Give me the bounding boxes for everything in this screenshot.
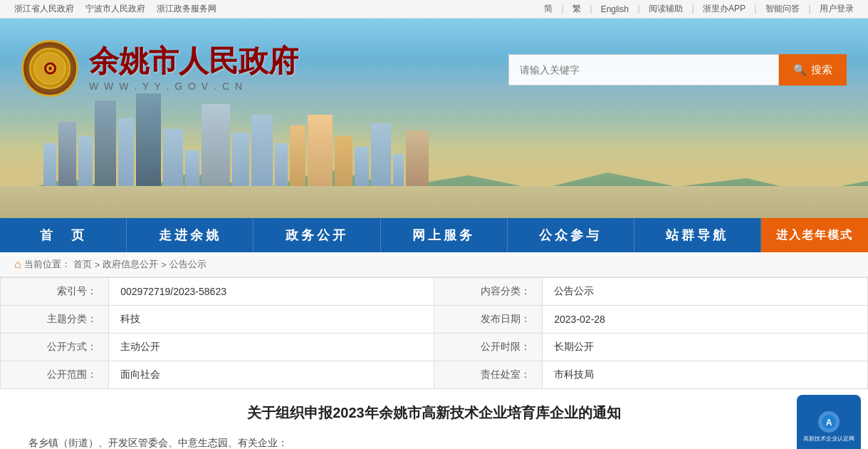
badge-chinese: 高新技术企业认定网: [803, 435, 854, 443]
search-btn-label: 搜索: [811, 63, 832, 77]
label-category: 内容分类：: [434, 278, 543, 306]
building-8: [185, 150, 199, 186]
site-title-area: 余姚市人民政府 W W W . Y Y . G O V . C N: [89, 45, 298, 92]
nav-elderly-mode[interactable]: 进入老年模式: [761, 218, 868, 252]
divider-6: ｜: [805, 3, 814, 15]
search-icon: 🔍: [793, 63, 807, 76]
badge-label: 高新技术企业认定网: [803, 435, 854, 443]
city-skyline: [0, 86, 868, 186]
building-13: [290, 125, 305, 186]
building-14: [308, 115, 333, 186]
value-scope: 面向社会: [109, 361, 434, 389]
link-traditional[interactable]: 繁: [572, 3, 581, 15]
label-dept: 责任处室：: [434, 361, 543, 389]
building-6: [136, 93, 161, 186]
building-10: [232, 133, 249, 186]
value-index: 002972719/2023-58623: [109, 278, 434, 306]
search-button[interactable]: 🔍 搜索: [779, 54, 847, 86]
building-17: [371, 123, 391, 186]
building-19: [406, 130, 429, 186]
nav-home[interactable]: 首 页: [0, 218, 127, 252]
value-category: 公告公示: [543, 278, 868, 306]
badge-icon: A: [818, 411, 840, 433]
divider-4: ｜: [689, 3, 697, 15]
value-publish-method: 主动公开: [109, 334, 434, 361]
header-content: ⊙ 余姚市人民政府 W W W . Y Y . G O V . C N 🔍 搜索: [0, 19, 868, 97]
link-zj-gov[interactable]: 浙江省人民政府: [14, 3, 74, 15]
breadcrumb: ⌂ 当前位置： 首页 > 政府信息公开 > 公告公示: [0, 252, 868, 277]
link-zj-service[interactable]: 浙江政务服务网: [157, 3, 216, 15]
meta-info-table: 索引号： 002972719/2023-58623 内容分类： 公告公示 主题分…: [0, 277, 868, 389]
building-11: [251, 115, 273, 186]
building-18: [393, 154, 404, 186]
link-reading-assist[interactable]: 阅读辅助: [649, 3, 683, 15]
label-scope: 公开范围：: [1, 361, 109, 389]
top-bar: 浙江省人民政府 宁波市人民政府 浙江政务服务网 简 ｜ 繁 ｜ English …: [0, 0, 868, 19]
building-2: [58, 122, 76, 186]
label-date: 发布日期：: [434, 306, 543, 334]
article-intro: 各乡镇（街道）、开发区管委会、中意生态园、有关企业：: [28, 434, 840, 449]
table-row: 索引号： 002972719/2023-58623 内容分类： 公告公示: [1, 278, 868, 306]
nav-about[interactable]: 走进余姚: [127, 218, 253, 252]
building-1: [43, 143, 56, 186]
emblem-svg: ⊙: [28, 47, 71, 90]
value-dept: 市科技局: [543, 361, 868, 389]
breadcrumb-sep-1: >: [95, 259, 100, 270]
divider-2: ｜: [587, 3, 595, 15]
certification-badge[interactable]: A 高新技术企业认定网: [797, 395, 861, 449]
divider-1: ｜: [558, 3, 567, 15]
breadcrumb-sep-2: >: [161, 259, 167, 270]
table-row: 公开范围： 面向社会 责任处室： 市科技局: [1, 361, 868, 389]
value-date: 2023-02-28: [543, 306, 868, 334]
header: ⊙ 余姚市人民政府 W W W . Y Y . G O V . C N 🔍 搜索: [0, 19, 868, 218]
table-row: 主题分类： 科技 发布日期： 2023-02-28: [1, 306, 868, 334]
label-time-limit: 公开时限：: [434, 334, 543, 361]
logo-area: ⊙ 余姚市人民政府 W W W . Y Y . G O V . C N: [21, 40, 298, 97]
breadcrumb-current: 公告公示: [169, 258, 206, 271]
value-theme: 科技: [109, 306, 434, 334]
svg-text:A: A: [826, 418, 832, 428]
site-name: 余姚市人民政府: [89, 45, 298, 78]
top-bar-right: 简 ｜ 繁 ｜ English ｜ 阅读辅助 ｜ 浙里办APP ｜ 智能问答 ｜…: [544, 3, 854, 15]
breadcrumb-home-link[interactable]: 首页: [73, 258, 92, 271]
article-area: 关于组织申报2023年余姚市高新技术企业培育库企业的通知 各乡镇（街道）、开发区…: [0, 389, 868, 449]
breadcrumb-gov-info-link[interactable]: 政府信息公开: [103, 258, 158, 271]
article-body: 各乡镇（街道）、开发区管委会、中意生态园、有关企业：: [28, 434, 840, 449]
label-index: 索引号：: [1, 278, 109, 306]
breadcrumb-label: 当前位置：: [24, 258, 70, 271]
building-15: [335, 136, 352, 186]
building-16: [355, 147, 369, 186]
building-3: [78, 136, 93, 186]
label-theme: 主题分类：: [1, 306, 109, 334]
svg-text:⊙: ⊙: [43, 58, 57, 78]
badge-svg: A: [820, 413, 837, 430]
building-5: [118, 118, 134, 186]
link-app[interactable]: 浙里办APP: [703, 3, 746, 15]
search-input[interactable]: [508, 54, 779, 86]
home-icon: ⌂: [14, 258, 21, 271]
building-7: [163, 129, 183, 186]
site-url: W W W . Y Y . G O V . C N: [89, 81, 298, 92]
nav-site-map[interactable]: 站群导航: [634, 218, 761, 252]
government-emblem: ⊙: [21, 40, 78, 97]
link-nb-gov[interactable]: 宁波市人民政府: [85, 3, 145, 15]
link-login[interactable]: 用户登录: [820, 3, 854, 15]
divider-3: ｜: [634, 3, 643, 15]
link-english[interactable]: English: [601, 4, 629, 14]
link-ai[interactable]: 智能问答: [765, 3, 800, 15]
nav-gov-affairs[interactable]: 政务公开: [253, 218, 380, 252]
building-9: [202, 104, 230, 186]
table-row: 公开方式： 主动公开 公开时限： 长期公开: [1, 334, 868, 361]
link-simplified[interactable]: 简: [544, 3, 553, 15]
nav-public[interactable]: 公众参与: [508, 218, 634, 252]
road: [0, 186, 868, 218]
building-4: [95, 100, 116, 186]
nav-online-service[interactable]: 网上服务: [381, 218, 508, 252]
building-12: [275, 143, 288, 186]
top-bar-left: 浙江省人民政府 宁波市人民政府 浙江政务服务网: [14, 3, 216, 15]
article-title: 关于组织申报2023年余姚市高新技术企业培育库企业的通知: [28, 403, 840, 423]
value-time-limit: 长期公开: [543, 334, 868, 361]
nav-bar: 首 页 走进余姚 政务公开 网上服务 公众参与 站群导航 进入老年模式: [0, 218, 868, 252]
search-area: 🔍 搜索: [508, 54, 847, 86]
label-publish-method: 公开方式：: [1, 334, 109, 361]
